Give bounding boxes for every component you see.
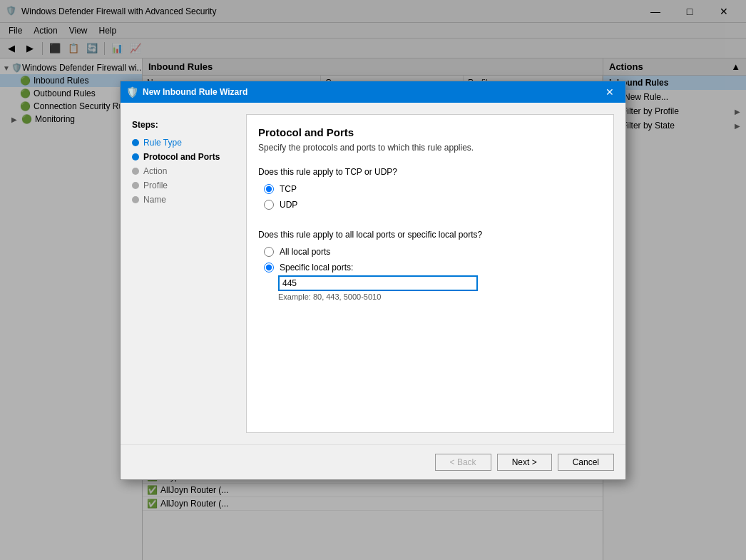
radio-all-ports[interactable]: All local ports: [264, 247, 602, 257]
modal-footer: < Back Next > Cancel: [121, 444, 625, 479]
steps-panel: Steps: Rule Type Protocol and Ports Acti…: [132, 114, 246, 433]
radio-all-ports-label: All local ports: [280, 247, 330, 257]
ports-radio-group: All local ports Specific local ports:: [264, 247, 602, 273]
step-dot-rule-type: [132, 139, 139, 146]
ports-section: Does this rule apply to all local ports …: [258, 230, 602, 301]
radio-all-ports-input[interactable]: [264, 247, 274, 257]
modal-content-panel: Protocol and Ports Specify the protocols…: [246, 114, 614, 433]
ports-question: Does this rule apply to all local ports …: [258, 230, 602, 240]
modal-close-button[interactable]: ✕: [600, 83, 620, 101]
steps-title: Steps:: [132, 120, 246, 130]
modal-dialog: 🛡️ New Inbound Rule Wizard ✕ Steps: Rule…: [120, 81, 626, 480]
specific-ports-input[interactable]: [278, 275, 478, 291]
step-dot-action: [132, 168, 139, 175]
step-action[interactable]: Action: [132, 164, 246, 178]
back-button[interactable]: < Back: [435, 454, 491, 471]
step-name-label: Name: [143, 195, 166, 205]
radio-tcp-label: TCP: [280, 184, 297, 194]
protocol-question: Does this rule apply to TCP or UDP?: [258, 167, 602, 177]
step-dot-protocol: [132, 153, 139, 161]
cancel-button[interactable]: Cancel: [558, 454, 614, 471]
modal-title-icon: 🛡️: [126, 86, 138, 98]
radio-udp-input[interactable]: [264, 200, 274, 210]
step-action-label: Action: [143, 166, 167, 176]
ports-input-row: [278, 275, 602, 291]
radio-tcp[interactable]: TCP: [264, 184, 602, 194]
radio-udp[interactable]: UDP: [264, 200, 602, 210]
step-dot-name: [132, 196, 139, 203]
radio-specific-ports[interactable]: Specific local ports:: [264, 263, 602, 273]
modal-page-desc: Specify the protocols and ports to which…: [258, 143, 602, 153]
ports-example: Example: 80, 443, 5000-5010: [278, 292, 602, 301]
next-button[interactable]: Next >: [497, 454, 552, 471]
radio-specific-ports-label: Specific local ports:: [280, 263, 353, 273]
radio-tcp-input[interactable]: [264, 184, 274, 194]
step-rule-type[interactable]: Rule Type: [132, 136, 246, 150]
radio-specific-ports-input[interactable]: [264, 263, 274, 273]
modal-overlay: 🛡️ New Inbound Rule Wizard ✕ Steps: Rule…: [0, 0, 746, 560]
protocol-radio-group: TCP UDP: [264, 184, 602, 210]
step-profile[interactable]: Profile: [132, 178, 246, 193]
modal-title-bar: 🛡️ New Inbound Rule Wizard ✕: [121, 81, 625, 103]
step-protocol-label: Protocol and Ports: [143, 152, 220, 162]
modal-page-title: Protocol and Ports: [258, 126, 602, 138]
modal-title-text: New Inbound Rule Wizard: [143, 87, 600, 97]
step-rule-type-label: Rule Type: [143, 138, 182, 148]
modal-body: Steps: Rule Type Protocol and Ports Acti…: [121, 103, 625, 444]
step-profile-label: Profile: [143, 180, 168, 190]
step-protocol-ports[interactable]: Protocol and Ports: [132, 150, 246, 164]
step-name[interactable]: Name: [132, 193, 246, 207]
radio-udp-label: UDP: [280, 200, 297, 210]
step-dot-profile: [132, 182, 139, 189]
